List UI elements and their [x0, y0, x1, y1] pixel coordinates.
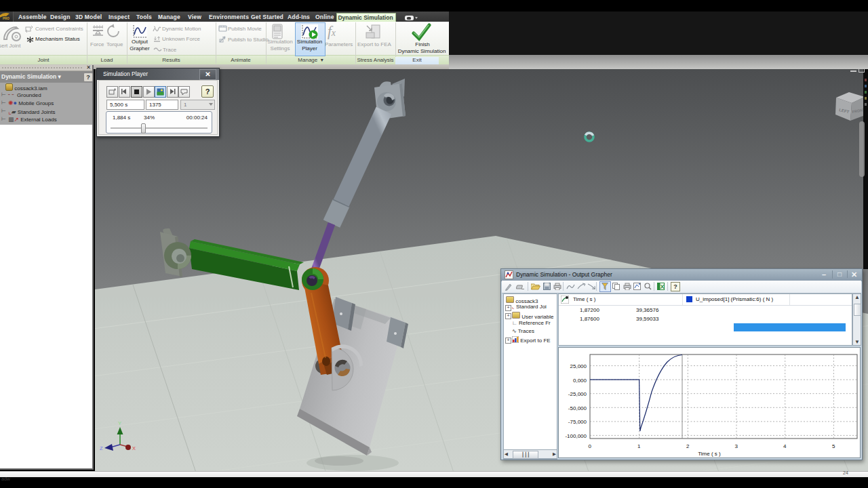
svg-text:1: 1: [637, 443, 641, 449]
svg-text:X: X: [660, 283, 665, 290]
svg-text:X: X: [132, 445, 136, 451]
svg-text:Time ( s ): Time ( s ): [698, 451, 721, 457]
svg-text:5: 5: [832, 443, 835, 449]
svg-text:-25,000: -25,000: [568, 391, 587, 397]
svg-text:2: 2: [686, 443, 690, 449]
svg-text:-75,000: -75,000: [568, 419, 587, 425]
svg-text:0: 0: [589, 443, 592, 449]
svg-text:Y: Y: [118, 420, 121, 426]
svg-text:-50,000: -50,000: [568, 405, 587, 411]
svg-text:4: 4: [783, 443, 787, 449]
svg-text:Z: Z: [100, 445, 103, 451]
svg-text:-100,000: -100,000: [565, 433, 587, 439]
svg-text:PRO: PRO: [3, 17, 9, 20]
svg-text:3: 3: [735, 443, 738, 449]
svg-text:25,000: 25,000: [570, 363, 587, 369]
svg-text:0,000: 0,000: [573, 378, 587, 384]
